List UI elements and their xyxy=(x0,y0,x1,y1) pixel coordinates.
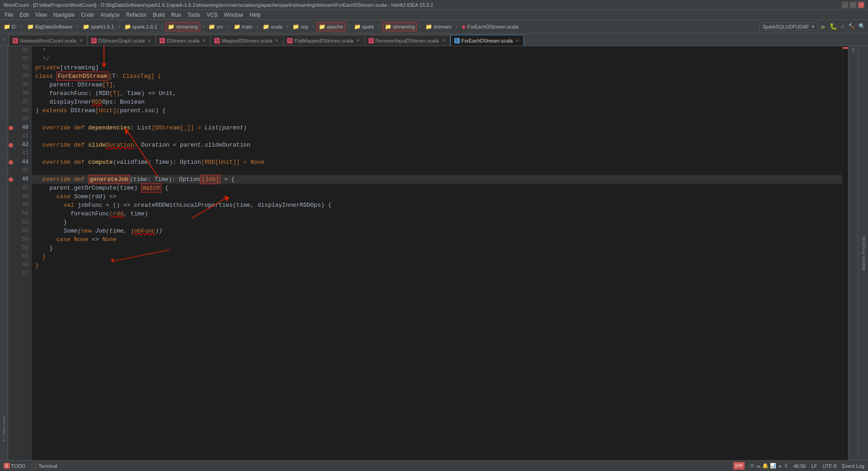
tab-close-rid[interactable]: ✕ xyxy=(441,38,446,43)
window-title: WordCount - [D:\IdeaProjects\WordCount] … xyxy=(4,2,433,8)
maven-label[interactable]: Maven Projects xyxy=(861,233,866,274)
tab-networkwordcount[interactable]: S NetworkWordCount.scala ✕ xyxy=(9,35,88,46)
tab-close-fed[interactable]: ✕ xyxy=(514,38,520,43)
run-config[interactable]: SparkSQLUDFUDAF ▼ xyxy=(760,23,819,31)
terminal-item[interactable]: ⬛ Terminal xyxy=(31,463,57,469)
toolbar-spark[interactable]: 📁 spark xyxy=(352,23,376,31)
toolbar-src[interactable]: 📁 src xyxy=(207,23,225,31)
toolbar-streaming2[interactable]: 📁 streaming xyxy=(382,22,417,31)
path-separator-5: › xyxy=(202,24,205,29)
match-highlight: match xyxy=(141,183,161,193)
window-controls[interactable]: _ □ ✕ xyxy=(842,2,864,8)
toolbar-scala[interactable]: 📁 scala xyxy=(261,23,284,31)
debug-button[interactable]: 🐛 xyxy=(830,23,837,30)
breakpoint-46[interactable] xyxy=(9,177,13,182)
bp-37 xyxy=(8,98,14,106)
menu-build[interactable]: Build xyxy=(150,11,168,19)
tab-dstreamgraph[interactable]: S DStreamGraph.scala ✕ xyxy=(88,35,156,46)
bp-55 xyxy=(8,252,14,261)
toolbar-streaming[interactable]: 📁 streaming xyxy=(165,22,200,31)
code-line-51: } xyxy=(32,218,842,227)
close-button[interactable]: ✕ xyxy=(858,2,864,8)
generatejob-highlight: generateJob xyxy=(88,175,130,184)
scala-file-icon: ◆ xyxy=(462,24,466,30)
breakpoint-42[interactable] xyxy=(9,143,13,147)
maximize-button[interactable]: □ xyxy=(850,2,856,8)
toolbar-main-label: main xyxy=(242,24,253,29)
event-log[interactable]: Event Log xyxy=(842,463,864,469)
toolbar-bigdata[interactable]: 📁 BigDataSoftware xyxy=(25,23,75,31)
toolbar-dstream[interactable]: 📁 dstream xyxy=(424,23,453,31)
linenum-36: 36 xyxy=(14,89,28,98)
todo-label: TODO xyxy=(11,463,26,469)
folder-icon-bigdata: 📁 xyxy=(27,24,34,30)
folder-icon-spark16: 📁 xyxy=(83,24,90,30)
menu-edit[interactable]: Edit xyxy=(17,11,32,19)
run-button[interactable]: ▶ xyxy=(821,22,826,31)
menu-window[interactable]: Window xyxy=(221,11,246,19)
bp-48 xyxy=(8,192,14,201)
toolbar-apache[interactable]: 📁 apache xyxy=(316,22,345,31)
path-separator-6: › xyxy=(227,24,230,29)
main-layout: 2: Favorites xyxy=(0,46,868,460)
toolbar-spark161[interactable]: 📁 spark-1.6.1 xyxy=(123,23,159,31)
folder-icon-src: 📁 xyxy=(208,24,215,30)
folder-icon-dstream: 📁 xyxy=(425,24,432,30)
stop-button[interactable]: ■ xyxy=(841,23,844,30)
bp-50 xyxy=(8,209,14,218)
toolbar-project-d[interactable]: 📁 D: xyxy=(2,23,19,31)
tab-close-mds[interactable]: ✕ xyxy=(274,38,279,43)
toolbar-main[interactable]: 📁 main xyxy=(232,23,255,31)
menu-code[interactable]: Code xyxy=(78,11,97,19)
tab-label-nwc: NetworkWordCount.scala xyxy=(20,38,76,43)
tab-close-nwc[interactable]: ✕ xyxy=(78,38,84,43)
menu-refactor[interactable]: Refactor xyxy=(123,11,149,19)
bp-45 xyxy=(8,167,14,175)
todo-item[interactable]: 6 TODO xyxy=(4,463,25,469)
code-area[interactable]: * */ private[streaming] class ForEachDSt… xyxy=(32,46,842,460)
menu-view[interactable]: View xyxy=(33,11,50,19)
tab-foreachdstream[interactable]: S ForEachDStream.scala ✕ xyxy=(450,35,524,46)
menu-file[interactable]: File xyxy=(2,11,16,19)
toolbar-streaming2-label: streaming xyxy=(393,24,415,29)
linenum-55: 55 xyxy=(14,252,28,261)
tab-receiverinputdstream[interactable]: S ReceiverInputDStream.scala ✕ xyxy=(365,35,450,46)
linenum-43: 43 xyxy=(14,149,28,158)
menu-analyze[interactable]: Analyze xyxy=(98,11,123,19)
toolbar-foreachdstream-file[interactable]: ◆ ForEachDStream.scala xyxy=(460,23,520,31)
tab-close-fmds[interactable]: ✕ xyxy=(355,38,361,43)
toolbar-search-icon[interactable]: 🔍 xyxy=(859,23,865,30)
toolbar-spark16[interactable]: 📁 spark1.6.1 xyxy=(81,23,116,31)
toolbar-org-label: org xyxy=(301,24,308,29)
breakpoint-44[interactable] xyxy=(9,160,13,165)
tab-mappeddstream[interactable]: S MappedDStream.scala ✕ xyxy=(211,35,283,46)
linenum-34: 34 xyxy=(14,72,28,81)
sidebar-arrow: ◁ xyxy=(3,37,5,42)
tab-scala-icon-rid: S xyxy=(368,38,374,43)
toolbar-src-label: src xyxy=(217,24,223,29)
path-separator-11: › xyxy=(377,24,381,29)
minimize-button[interactable]: _ xyxy=(842,2,848,8)
code-line-39 xyxy=(32,115,842,124)
breakpoint-40[interactable] xyxy=(9,126,13,130)
menu-navigate[interactable]: Navigate xyxy=(51,11,77,19)
menu-help[interactable]: Help xyxy=(247,11,264,19)
linenum-50: 50 xyxy=(14,209,28,218)
code-line-44: override def compute(validTime: Time): O… xyxy=(32,158,842,167)
tab-close-dsg[interactable]: ✕ xyxy=(146,38,152,43)
linenum-57: 57 xyxy=(14,270,28,278)
tab-close-ds[interactable]: ✕ xyxy=(201,38,207,43)
build-button[interactable]: 🔨 xyxy=(848,23,855,30)
menu-vcs[interactable]: VCS xyxy=(204,11,221,19)
bp-57 xyxy=(8,270,14,278)
bp-40 xyxy=(8,124,14,132)
menu-run[interactable]: Run xyxy=(169,11,184,19)
toolbar-org[interactable]: 📁 org xyxy=(291,23,310,31)
tab-dstream[interactable]: S DStream.scala ✕ xyxy=(156,35,211,46)
code-line-37: displayInnerRDDOps: Boolean xyxy=(32,98,842,106)
todo-badge: 6 xyxy=(4,463,10,469)
menu-tools[interactable]: Tools xyxy=(185,11,203,19)
tab-flatmappeddstream[interactable]: S FlatMappedDStream.scala ✕ xyxy=(283,35,364,46)
bp-35 xyxy=(8,81,14,89)
tab-label-dsg: DStreamGraph.scala xyxy=(99,38,145,43)
